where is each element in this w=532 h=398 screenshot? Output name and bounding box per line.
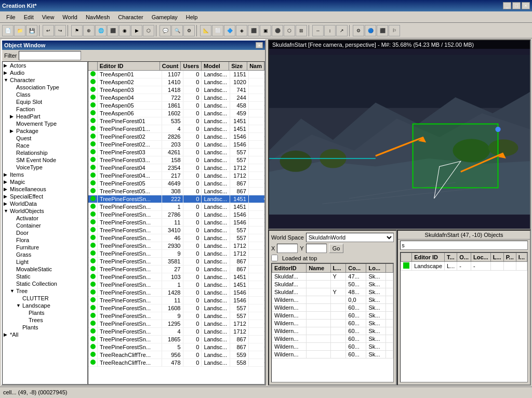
tree-item[interactable]: ▶*All bbox=[3, 331, 87, 338]
toolbar-btn19[interactable]: ⚫ bbox=[272, 25, 283, 36]
list-col-size[interactable]: Size bbox=[229, 62, 247, 70]
toolbar-btn4[interactable]: ⊕ bbox=[83, 25, 95, 36]
ws-table-row[interactable]: Wildern... 60... Sk... bbox=[272, 335, 393, 343]
ws-col-l[interactable]: L... bbox=[330, 264, 346, 273]
list-item[interactable]: TreePineForestSn... 3581 0 Landsc... 867 bbox=[88, 258, 264, 266]
viewport[interactable]: SkuldafnStart [Free camera, perspective]… bbox=[268, 39, 531, 230]
tree-item[interactable]: Activator bbox=[3, 215, 87, 222]
list-item[interactable]: TreePineForest03 4261 0 Landsc... 557 bbox=[88, 149, 264, 156]
tree-item[interactable]: MovableStatic bbox=[3, 266, 87, 273]
ws-col-co[interactable]: Co... bbox=[346, 264, 366, 273]
toolbar-btn15[interactable]: 🔷 bbox=[224, 25, 235, 36]
toolbar-btn12[interactable]: ⚙ bbox=[183, 25, 195, 36]
list-item[interactable]: TreePineForest05 4649 0 Landsc... 867 bbox=[88, 180, 264, 188]
menu-navmesh[interactable]: NavMesh bbox=[82, 13, 114, 21]
ws-table-row[interactable]: Skuldaf... Y 47... Sk... bbox=[272, 273, 393, 281]
objects-table-row[interactable]: Landscape L... - - bbox=[401, 262, 527, 271]
tree-item[interactable]: ▼Landscape bbox=[3, 302, 87, 309]
go-button[interactable]: Go bbox=[329, 244, 344, 253]
loaded-at-top-checkbox[interactable] bbox=[271, 255, 278, 261]
menu-view[interactable]: View bbox=[38, 13, 59, 21]
ws-table-row[interactable]: Wildern... 60... Sk... bbox=[272, 320, 393, 327]
toolbar-btn23[interactable]: ↕ bbox=[324, 25, 336, 36]
list-item[interactable]: TreePineForestSn... 222 0 Landsc... 1451 bbox=[88, 195, 264, 203]
list-item[interactable]: TreePineForest02... 203 0 Landsc... 1546 bbox=[88, 141, 264, 149]
list-item[interactable]: TreePineForestSn... 1608 0 Landsc... 557 bbox=[88, 304, 264, 312]
list-col-name[interactable]: Nam bbox=[247, 62, 264, 70]
ws-col-lo[interactable]: Lo... bbox=[366, 264, 386, 273]
toolbar-new[interactable]: 📄 bbox=[2, 25, 14, 36]
y-input[interactable] bbox=[306, 244, 327, 253]
ws-table-row[interactable]: Wildern... 60... Sk... bbox=[272, 343, 393, 351]
tree-item[interactable]: Grass bbox=[3, 251, 87, 258]
filter-input[interactable] bbox=[19, 51, 81, 60]
tree-item[interactable]: CLUTTER bbox=[3, 295, 87, 302]
tree-item[interactable]: SM Event Node bbox=[3, 156, 87, 164]
tree-item[interactable]: ▶Miscellaneous bbox=[3, 185, 87, 193]
menu-character[interactable]: Character bbox=[114, 13, 147, 21]
list-item[interactable]: TreePineForestSn... 1428 0 Landsc... 154… bbox=[88, 289, 264, 297]
toolbar-redo[interactable]: ↪ bbox=[55, 25, 66, 36]
tree-item[interactable]: Quest bbox=[3, 135, 87, 142]
toolbar-btn25[interactable]: ⚙ bbox=[353, 25, 364, 36]
list-item[interactable]: TreePineForestSn... 11 0 Landsc... 1546 bbox=[88, 297, 264, 304]
tree-item[interactable]: Plants bbox=[3, 309, 87, 316]
toolbar-btn28[interactable]: ⚐ bbox=[389, 25, 400, 36]
tree-item[interactable]: ▶Magic bbox=[3, 178, 87, 185]
menu-world[interactable]: World bbox=[58, 13, 82, 21]
tree-item[interactable]: Static Collection bbox=[3, 280, 87, 287]
tree-item[interactable]: ▶Actors bbox=[3, 62, 87, 69]
obj-col-o[interactable]: O... bbox=[457, 253, 471, 262]
list-col-count[interactable]: Count bbox=[160, 62, 181, 70]
objects-search-input[interactable] bbox=[400, 241, 528, 250]
toolbar-btn10[interactable]: 💬 bbox=[159, 25, 171, 36]
toolbar-btn27[interactable]: ⬛ bbox=[377, 25, 388, 36]
list-item[interactable]: TreePineForestSn... 9 0 Landsc... 557 bbox=[88, 312, 264, 320]
tree-item[interactable]: ▶WorldData bbox=[3, 200, 87, 207]
list-item[interactable]: TreeAspen02 1410 0 Landsc... 1020 bbox=[88, 78, 264, 86]
list-item[interactable]: TreePineForest01... 4 0 Landsc... 1451 bbox=[88, 125, 264, 133]
tree-item[interactable]: Furniture bbox=[3, 244, 87, 251]
toolbar-btn24[interactable]: ↗ bbox=[336, 25, 348, 36]
ws-dropdown[interactable]: SkuldafnWorld bbox=[306, 233, 394, 242]
ws-table-row[interactable]: Wildern... 60... Sk... bbox=[272, 304, 393, 312]
tree-item[interactable]: Faction bbox=[3, 105, 87, 113]
tree-item[interactable]: ▼Character bbox=[3, 76, 87, 84]
list-item[interactable]: TreeReachCliffTre... 956 0 Landsc... 559 bbox=[88, 351, 264, 359]
toolbar-btn3[interactable]: ⚑ bbox=[71, 25, 83, 36]
x-input[interactable] bbox=[277, 244, 298, 253]
toolbar-btn8[interactable]: ▶ bbox=[131, 25, 142, 36]
list-item[interactable]: TreePineForest02 2826 0 Landsc... 1546 bbox=[88, 133, 264, 141]
obj-col-editorid[interactable]: Editor ID bbox=[412, 253, 445, 262]
toolbar-open[interactable]: 📁 bbox=[14, 25, 25, 36]
list-col-editorid[interactable]: Editor ID bbox=[98, 62, 160, 70]
tree-item[interactable]: ▼WorldObjects bbox=[3, 207, 87, 215]
tree-item[interactable]: Movement Type bbox=[3, 120, 87, 127]
tree-item[interactable]: Equip Slot bbox=[3, 98, 87, 105]
list-item[interactable]: TreePineForest04... 217 0 Landsc... 1712 bbox=[88, 172, 264, 180]
toolbar-btn21[interactable]: ⊞ bbox=[296, 25, 307, 36]
object-window-close[interactable]: × bbox=[256, 42, 263, 48]
toolbar-btn13[interactable]: 📐 bbox=[200, 25, 211, 36]
list-item[interactable]: TreePineForestSn... 1865 0 Landsc... 867 bbox=[88, 336, 264, 343]
toolbar-btn18[interactable]: ▣ bbox=[260, 25, 271, 36]
list-item[interactable]: TreePineForest05... 308 0 Landsc... 867 bbox=[88, 188, 264, 195]
toolbar-undo[interactable]: ↩ bbox=[43, 25, 54, 36]
list-item[interactable]: TreeAspen04 722 0 Landsc... 244 bbox=[88, 94, 264, 102]
toolbar-btn26[interactable]: 🔵 bbox=[365, 25, 376, 36]
toolbar-btn5[interactable]: 🌐 bbox=[95, 25, 107, 36]
toolbar-btn11[interactable]: 🔍 bbox=[171, 25, 183, 36]
ws-table-row[interactable]: Skuldaf... Y 48... Sk... bbox=[272, 288, 393, 296]
tree-item[interactable]: ▶Audio bbox=[3, 69, 87, 76]
ws-table-row[interactable]: Skuldaf... 50... Sk... bbox=[272, 281, 393, 288]
tree-item[interactable]: Light bbox=[3, 258, 87, 266]
ws-table-row[interactable]: Wildern... 60... Sk... bbox=[272, 312, 393, 320]
toolbar-btn16[interactable]: ◈ bbox=[236, 25, 247, 36]
obj-col-i[interactable]: I... bbox=[516, 253, 527, 262]
ws-col-name[interactable]: Name bbox=[307, 264, 330, 273]
ws-table-row[interactable]: Wildern... 60... Sk... bbox=[272, 327, 393, 335]
list-item[interactable]: TreeAspen06 1602 0 Landsc... 459 bbox=[88, 110, 264, 117]
menu-file[interactable]: File bbox=[2, 13, 20, 21]
list-item[interactable]: TreePineForestSn... 5 0 Landsc... 867 bbox=[88, 343, 264, 351]
ws-table-row[interactable]: Wildern... 0,0 Sk... bbox=[272, 296, 393, 304]
